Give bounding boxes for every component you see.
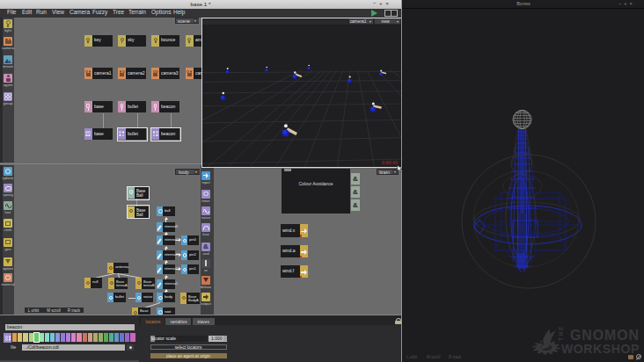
svg-text:THE: THE [558, 325, 564, 341]
svg-text:WORKSHOP: WORKSHOP [561, 341, 640, 356]
svg-text:GNOMON: GNOMON [570, 328, 640, 343]
